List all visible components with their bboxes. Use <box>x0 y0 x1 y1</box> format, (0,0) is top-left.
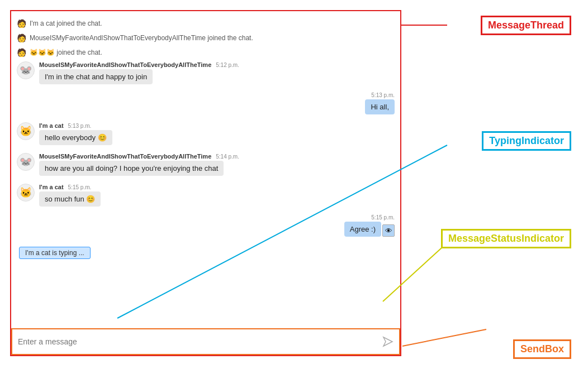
message-content-3: I'm a cat 5:13 p.m. hello everybody 😊 <box>39 122 112 145</box>
bubble-1: I'm in the chat and happy to join <box>39 69 153 84</box>
message-content-4: MouseISMyFavoriteAndIShowThatToEverybody… <box>39 153 239 176</box>
label-message-thread: MessageThread <box>481 16 571 35</box>
message-header-5: I'm a cat 5:15 p.m. <box>39 184 101 190</box>
svg-marker-0 <box>383 337 392 346</box>
label-message-status: MessageStatusIndicator <box>441 229 571 248</box>
sender-3: I'm a cat <box>39 122 64 129</box>
label-typing-indicator: TypingIndicator <box>482 131 571 151</box>
message-status-indicator: 👁 <box>382 224 395 237</box>
system-text-2: MouseISMyFavoriteAndIShowThatToEverybody… <box>30 34 253 42</box>
person-icon-2: 🧑 <box>17 33 26 42</box>
message-content-2: 5:13 p.m. Hi all, <box>365 92 395 114</box>
time-3: 5:13 p.m. <box>68 123 92 129</box>
message-thread[interactable]: 🧑 I'm a cat joined the chat. 🧑 MouseISMy… <box>11 11 400 328</box>
chat-container: 🧑 I'm a cat joined the chat. 🧑 MouseISMy… <box>10 10 401 356</box>
avatar-1: 🐭 <box>17 61 35 79</box>
message-content-1: MouseISMyFavoriteAndIShowThatToEverybody… <box>39 61 239 84</box>
time-5: 5:15 p.m. <box>68 184 92 190</box>
message-header-6: 5:15 p.m. <box>371 214 395 221</box>
message-row-3: 🐱 I'm a cat 5:13 p.m. hello everybody 😊 <box>17 122 395 145</box>
message-header-3: I'm a cat 5:13 p.m. <box>39 122 112 129</box>
time-1: 5:12 p.m. <box>216 62 239 68</box>
system-text-1: I'm a cat joined the chat. <box>30 20 102 27</box>
bubble-5: so much fun 😊 <box>39 191 101 207</box>
sender-4: MouseISMyFavoriteAndIShowThatToEverybody… <box>39 153 211 160</box>
send-button[interactable] <box>382 336 393 347</box>
message-content-6: 5:15 p.m. Agree :) 👁 <box>344 214 395 237</box>
avatar-5: 🐱 <box>17 184 35 202</box>
system-message-2: 🧑 MouseISMyFavoriteAndIShowThatToEverybo… <box>17 32 395 44</box>
message-row-1: 🐭 MouseISMyFavoriteAndIShowThatToEverybo… <box>17 61 395 84</box>
sender-5: I'm a cat <box>39 184 64 190</box>
sendbox <box>11 328 400 355</box>
bubble-4: how are you all doing? I hope you're enj… <box>39 161 224 176</box>
message-row-6: 5:15 p.m. Agree :) 👁 <box>17 214 395 237</box>
status-indicator-wrap: Agree :) 👁 <box>344 222 395 237</box>
system-message-3: 🧑 🐱🐱🐱 joined the chat. <box>17 47 395 58</box>
avatar-4: 🐭 <box>17 153 35 171</box>
bubble-3: hello everybody 😊 <box>39 130 112 145</box>
person-icon-3: 🧑 <box>17 48 26 57</box>
message-row-5: 🐱 I'm a cat 5:15 p.m. so much fun 😊 <box>17 184 395 207</box>
system-message-1: 🧑 I'm a cat joined the chat. <box>17 18 395 29</box>
eye-icon: 👁 <box>385 227 392 235</box>
message-header-2: 5:13 p.m. <box>371 92 395 98</box>
svg-line-4 <box>402 329 486 346</box>
message-header-1: MouseISMyFavoriteAndIShowThatToEverybody… <box>39 61 239 68</box>
label-sendbox: SendBox <box>513 339 571 359</box>
outer-container: 🧑 I'm a cat joined the chat. 🧑 MouseISMy… <box>0 0 588 369</box>
bubble-6: Agree :) <box>344 222 381 237</box>
message-row-4: 🐭 MouseISMyFavoriteAndIShowThatToEverybo… <box>17 153 395 176</box>
time-6: 5:15 p.m. <box>371 214 395 221</box>
typing-indicator: I'm a cat is typing ... <box>19 247 91 259</box>
message-row-2: 5:13 p.m. Hi all, <box>17 92 395 114</box>
bubble-2: Hi all, <box>365 99 395 114</box>
send-icon <box>382 336 393 347</box>
message-header-4: MouseISMyFavoriteAndIShowThatToEverybody… <box>39 153 239 160</box>
person-icon-1: 🧑 <box>17 19 26 28</box>
avatar-3: 🐱 <box>17 122 35 140</box>
message-content-5: I'm a cat 5:15 p.m. so much fun 😊 <box>39 184 101 207</box>
system-text-3: 🐱🐱🐱 joined the chat. <box>30 49 102 56</box>
sender-1: MouseISMyFavoriteAndIShowThatToEverybody… <box>39 61 211 68</box>
message-input[interactable] <box>18 337 378 346</box>
time-2: 5:13 p.m. <box>371 92 395 98</box>
time-4: 5:14 p.m. <box>216 154 239 160</box>
